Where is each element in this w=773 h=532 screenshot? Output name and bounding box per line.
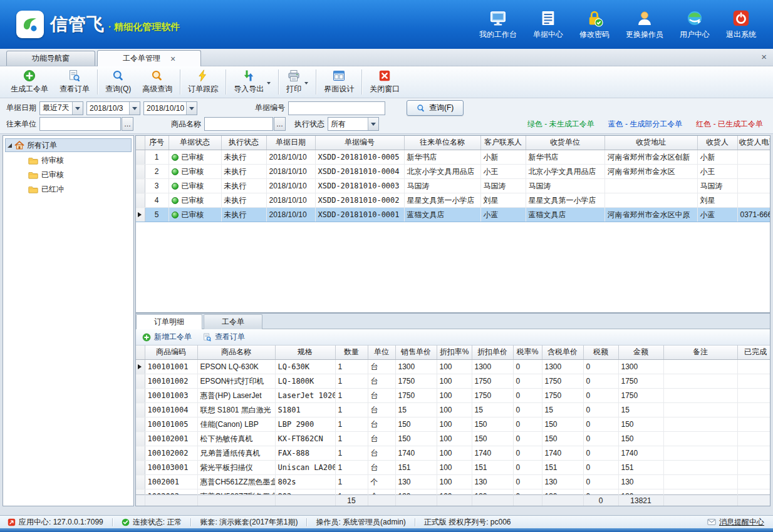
orders-column-header[interactable]: 收货人电话 (737, 136, 770, 150)
detail-tab-order-details[interactable]: 订单明细 (136, 314, 202, 329)
detail-column-header[interactable]: 金额 (618, 345, 663, 359)
partner-input[interactable] (39, 117, 121, 131)
detail-row[interactable]: 100103001紫光平板扫描仪Uniscan LA20001台15110015… (136, 461, 770, 475)
orders-column-header[interactable]: 收货地址 (604, 136, 697, 150)
tree-node-child-1[interactable]: 已审核 (3, 168, 133, 182)
partner-lookup-button[interactable]: … (122, 117, 133, 131)
detail-row[interactable]: 100102002兄弟普通纸传真机FAX-8881台17401001740017… (136, 446, 770, 461)
date-from-select[interactable]: 2018/10/3 (86, 101, 140, 115)
orders-column-header[interactable]: 往来单位名称 (404, 136, 480, 150)
header-nav-doc-center[interactable]: 单据中心 (525, 7, 571, 43)
orders-column-header[interactable]: 单据状态 (169, 136, 221, 150)
status-dot-green-icon (172, 212, 179, 218)
detail-column-header[interactable]: 税率% (513, 345, 542, 359)
dropdown-caret-icon[interactable] (267, 82, 271, 86)
order-cell: 马国涛 (697, 179, 737, 193)
detail-column-header[interactable]: 备注 (663, 345, 737, 359)
detail-column-header[interactable]: 已完成 (737, 345, 770, 359)
detail-column-header[interactable]: 数量 (335, 345, 368, 359)
tab-close-icon[interactable]: × (170, 54, 175, 63)
product-input[interactable] (204, 117, 273, 131)
message-center-link[interactable]: 消息提醒中心 (698, 517, 767, 528)
detail-toolbar-add-work-order[interactable]: 新增工令单 (142, 332, 192, 342)
app-header: 信管飞 · 精细化管理软件 我的工作台单据中心修改密码更换操作员用户中心退出系统 (0, 0, 773, 49)
toolbar-print[interactable]: 打印 (281, 68, 314, 96)
detail-cell (663, 461, 737, 475)
detail-column-header[interactable]: 商品编码 (145, 345, 197, 359)
statusbar-license: 正式版 授权序列号: pc006 (415, 517, 520, 528)
combo-arrow-icon[interactable] (368, 118, 378, 130)
detail-cell: 130 (618, 489, 663, 494)
orders-column-header[interactable]: 客户联系人 (480, 136, 526, 150)
orders-column-header[interactable]: 单据日期 (266, 136, 315, 150)
detail-row[interactable]: 100101005佳能(Canon) LBPLBP 29001台15010015… (136, 417, 770, 432)
tree-node-child-0[interactable]: 待审核 (3, 153, 133, 168)
detail-cell (663, 446, 737, 461)
detail-row[interactable]: 100102001松下热敏传真机KX-FT862CN1台150100150015… (136, 432, 770, 446)
header-nav-switch-operator[interactable]: 更换操作员 (618, 7, 672, 43)
detail-tab-work-order[interactable]: 工令单 (204, 314, 262, 329)
date-to-select[interactable]: 2018/10/10 (143, 101, 197, 115)
detail-column-header[interactable]: 含税单价 (542, 345, 583, 359)
detail-column-header[interactable]: 销售单价 (395, 345, 437, 359)
tab-nav-window[interactable]: 功能导航窗 (6, 51, 95, 66)
order-row[interactable]: 2已审核未执行2018/10/10XSDD-20181010-0004北京小学文… (136, 165, 770, 179)
toolbar-order-tracking[interactable]: 订单跟踪 (182, 68, 224, 96)
tree-node-all-orders[interactable]: 所有订单 (5, 138, 132, 152)
detail-column-header[interactable]: 规格 (275, 345, 335, 359)
orders-column-header[interactable]: 序号 (145, 136, 169, 150)
order-row[interactable]: 5已审核未执行2018/10/10XSDD-20181010-0001蓝猫文具店… (136, 208, 770, 222)
detail-column-header[interactable]: 折扣率% (437, 345, 472, 359)
query-button[interactable]: 查询(F) (407, 100, 464, 116)
brand-logo-icon (16, 11, 44, 38)
tabbar-close-icon[interactable]: × (761, 52, 767, 61)
header-nav-change-password[interactable]: 修改密码 (571, 7, 618, 43)
header-nav-user-center[interactable]: 用户中心 (672, 7, 718, 43)
toolbar-advanced-query[interactable]: 高级查询 (137, 68, 178, 96)
detail-column-header[interactable]: 商品名称 (197, 345, 275, 359)
toolbar-import-export[interactable]: 导入导出 (228, 68, 276, 96)
orders-column-header[interactable]: 单据编号 (315, 136, 404, 150)
detail-row[interactable]: 100101004联想 S1801 黑白激光S18011台15100150150… (136, 403, 770, 417)
toolbar-ui-design[interactable]: 界面设计 (318, 68, 360, 96)
order-row[interactable]: 4已审核未执行2018/10/10XSDD-20181010-0002星星文具第… (136, 193, 770, 208)
detail-column-header[interactable]: 税额 (583, 345, 618, 359)
combo-arrow-icon[interactable] (186, 102, 197, 115)
order-row[interactable]: 3已审核未执行2018/10/10XSDD-20181010-0003马国涛马国… (136, 179, 770, 193)
row-indicator (136, 193, 145, 208)
toolbar-query[interactable]: 查询(Q) (100, 68, 137, 96)
date-range-select[interactable]: 最近7天 (39, 101, 83, 115)
detail-cell: 1740 (395, 446, 437, 461)
detail-column-header[interactable]: 单位 (368, 345, 395, 359)
toolbar-close-window[interactable]: 关闭窗口 (364, 68, 405, 96)
orders-column-header[interactable]: 收货单位 (526, 136, 604, 150)
detail-row[interactable]: 1002001惠普CH561ZZ黑色墨盒802s1个13010013001300… (136, 475, 770, 489)
header-nav-exit-system[interactable]: 退出系统 (718, 7, 764, 43)
tree-node-child-2[interactable]: 已红冲 (3, 182, 133, 197)
toolbar-generate-work-order[interactable]: 生成工令单 (5, 68, 54, 96)
detail-toolbar-view-order[interactable]: 查看订单 (203, 332, 245, 342)
orders-column-header[interactable]: 收货人 (697, 136, 737, 150)
toolbar-view-order[interactable]: 查看订单 (54, 68, 95, 96)
combo-arrow-icon[interactable] (129, 102, 140, 115)
order-cell: 北京小学文具用品店 (526, 165, 604, 179)
order-row[interactable]: 1已审核未执行2018/10/10XSDD-20181010-0005新华书店小… (136, 150, 770, 165)
exec-status-value: 所有 (328, 119, 368, 130)
exec-status-select[interactable]: 所有 (328, 117, 379, 131)
orders-column-header[interactable]: 执行状态 (221, 136, 266, 150)
header-nav-workbench[interactable]: 我的工作台 (471, 7, 525, 43)
detail-row[interactable]: 1002002惠普CH562ZZ彩色墨盒802s1个13010013001300… (136, 489, 770, 494)
detail-column-header[interactable]: 折扣单价 (472, 345, 513, 359)
tab-label: 功能导航窗 (32, 53, 70, 64)
filter-panel: 单据日期 最近7天 2018/10/3 2018/10/10 单据编号 查询(F… (0, 98, 773, 134)
combo-arrow-icon[interactable] (72, 102, 83, 115)
detail-row[interactable]: 100101003惠普(HP) LaserJetLaserJet 10201台1… (136, 389, 770, 403)
doc-no-input[interactable] (288, 101, 385, 115)
row-indicator-header (136, 136, 145, 150)
tab-work-order[interactable]: 工令单管理× (97, 50, 201, 66)
detail-row[interactable]: 100101002EPSON针式打印机LQ-1800K1台17501001750… (136, 374, 770, 389)
tree-expand-icon[interactable] (8, 143, 12, 148)
product-lookup-button[interactable]: … (274, 117, 286, 131)
detail-row[interactable]: 100101001EPSON LQ-630KLQ-630K1台130010013… (136, 360, 770, 374)
dropdown-caret-icon[interactable] (304, 82, 308, 86)
